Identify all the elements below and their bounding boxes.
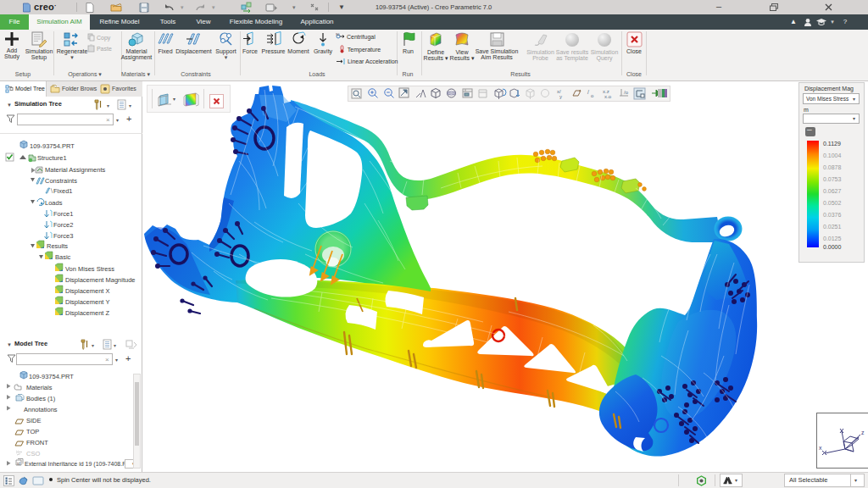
svg-text:Displacement Z: Displacement Z xyxy=(65,309,110,317)
svg-text:Constraints: Constraints xyxy=(45,177,77,185)
svg-text:Displacement Y: Displacement Y xyxy=(65,298,109,306)
svg-text:FRONT: FRONT xyxy=(26,439,48,446)
svg-text:z: z xyxy=(861,430,865,435)
svg-text:Displacement X: Displacement X xyxy=(65,287,110,295)
svg-text:SIDE: SIDE xyxy=(26,417,42,424)
svg-text:Basic: Basic xyxy=(55,253,71,261)
svg-text:External Inheritance id 19 (10: External Inheritance id 19 (109-7408.PRT… xyxy=(25,461,134,468)
svg-text:Results: Results xyxy=(47,242,68,250)
svg-text:Annotations: Annotations xyxy=(24,406,58,413)
svg-text:x.o: x.o xyxy=(604,94,612,99)
svg-text:Force2: Force2 xyxy=(53,221,73,229)
svg-text:Bodies (1): Bodies (1) xyxy=(26,395,56,402)
svg-text:109-93754.PRT: 109-93754.PRT xyxy=(29,373,74,380)
svg-text:Force3: Force3 xyxy=(53,232,73,240)
svg-text:Materials: Materials xyxy=(26,384,53,391)
svg-text:Displacement Magnitude: Displacement Magnitude xyxy=(65,276,136,284)
svg-text:id: id xyxy=(17,461,20,466)
svg-text:Force1: Force1 xyxy=(53,210,73,218)
svg-text:CSO: CSO xyxy=(26,450,40,458)
svg-text:Material Assignments: Material Assignments xyxy=(45,166,106,174)
svg-text:109-93754.PRT: 109-93754.PRT xyxy=(30,142,75,150)
svg-text:/o: /o xyxy=(624,90,629,95)
svg-text:Von Mises Stress: Von Mises Stress xyxy=(65,265,114,273)
svg-text:Structure1: Structure1 xyxy=(37,154,67,162)
svg-text:90: 90 xyxy=(336,32,340,36)
svg-text:Fixed1: Fixed1 xyxy=(53,187,73,195)
svg-text:x: x xyxy=(819,445,822,451)
svg-text:o: o xyxy=(591,93,594,98)
svg-text:Loads: Loads xyxy=(45,199,63,207)
svg-text:/: / xyxy=(587,89,589,95)
svg-text:TOP: TOP xyxy=(26,428,39,435)
svg-text:y: y xyxy=(559,94,562,99)
